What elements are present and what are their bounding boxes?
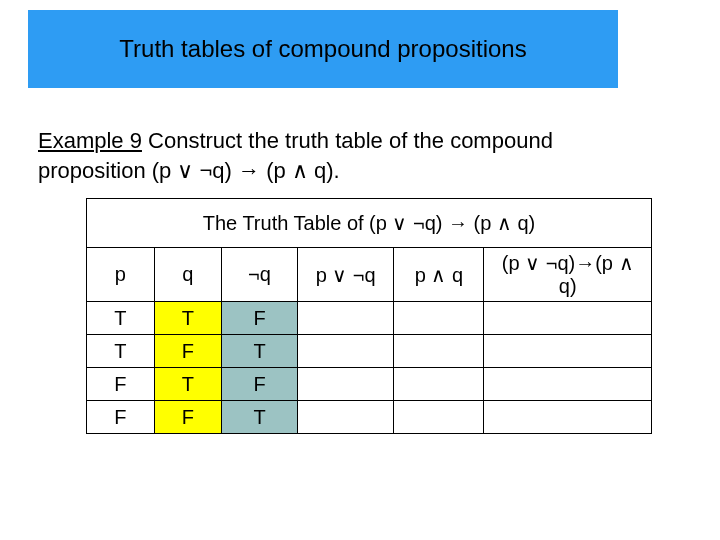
cell: T <box>222 401 298 434</box>
cell: T <box>87 302 155 335</box>
cell: F <box>154 335 222 368</box>
cell <box>484 368 652 401</box>
example-text: Example 9 Construct the truth table of t… <box>38 126 638 185</box>
cell: F <box>87 401 155 434</box>
truth-table: The Truth Table of (p ∨ ¬q) → (p ∧ q) p … <box>86 198 652 434</box>
col-header-result: (p ∨ ¬q)→(p ∧ q) <box>484 248 652 302</box>
cell: F <box>222 302 298 335</box>
cell <box>297 335 393 368</box>
cell: F <box>154 401 222 434</box>
cell <box>394 401 484 434</box>
col-header-p-and-q: p ∧ q <box>394 248 484 302</box>
slide-title-bar: Truth tables of compound propositions <box>28 10 618 88</box>
table-caption: The Truth Table of (p ∨ ¬q) → (p ∧ q) <box>87 199 652 248</box>
cell: T <box>154 368 222 401</box>
cell <box>297 368 393 401</box>
cell: F <box>87 368 155 401</box>
cell: T <box>222 335 298 368</box>
cell: F <box>222 368 298 401</box>
cell: T <box>87 335 155 368</box>
example-label: Example 9 <box>38 128 142 153</box>
col-header-q: q <box>154 248 222 302</box>
cell <box>297 302 393 335</box>
cell <box>484 401 652 434</box>
table-row: F T F <box>87 368 652 401</box>
cell <box>484 335 652 368</box>
cell <box>394 335 484 368</box>
table-row: F F T <box>87 401 652 434</box>
slide-title: Truth tables of compound propositions <box>119 35 526 63</box>
cell: T <box>154 302 222 335</box>
col-header-not-q: ¬q <box>222 248 298 302</box>
table-row: T F T <box>87 335 652 368</box>
col-header-p: p <box>87 248 155 302</box>
cell <box>394 368 484 401</box>
table-row: T T F <box>87 302 652 335</box>
cell <box>484 302 652 335</box>
col-header-p-or-nq: p ∨ ¬q <box>297 248 393 302</box>
cell <box>394 302 484 335</box>
cell <box>297 401 393 434</box>
